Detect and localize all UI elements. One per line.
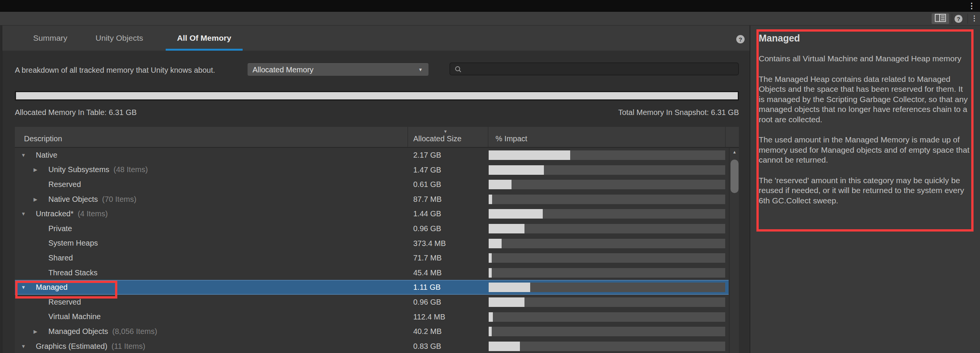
row-label: Managed bbox=[36, 283, 67, 292]
row-label: Virtual Machine bbox=[48, 312, 101, 321]
row-label: System Heaps bbox=[48, 239, 98, 248]
table-row[interactable]: Private 0.96 GB bbox=[15, 221, 729, 236]
row-label: Graphics (Estimated) bbox=[36, 342, 107, 351]
table-row[interactable]: ▶ Managed Objects (8,056 Items) 40.2 MB bbox=[15, 324, 729, 339]
impact-bar-track bbox=[489, 195, 725, 204]
tab-all-of-memory[interactable]: All Of Memory bbox=[166, 26, 243, 51]
expander-icon[interactable]: ▼ bbox=[21, 343, 36, 349]
impact-bar-fill bbox=[489, 224, 524, 233]
row-allocated-size: 0.96 GB bbox=[413, 221, 441, 236]
impact-bar-fill bbox=[489, 195, 492, 204]
table-row[interactable]: Virtual Machine 112.4 MB bbox=[15, 310, 729, 324]
row-allocated-size: 112.4 MB bbox=[413, 310, 445, 324]
impact-bar-track bbox=[489, 268, 725, 278]
expander-icon[interactable]: ▼ bbox=[21, 211, 36, 217]
row-label: Shared bbox=[48, 254, 73, 262]
table-row[interactable]: ▶ Unity Subsystems (48 Items) 1.47 GB bbox=[15, 163, 729, 177]
column-divider[interactable] bbox=[725, 127, 726, 148]
table-row[interactable]: Shared 71.7 MB bbox=[15, 251, 729, 265]
column-divider[interactable] bbox=[408, 127, 408, 148]
scrollbar-thumb[interactable] bbox=[731, 160, 739, 193]
row-label: Unity Subsystems bbox=[48, 165, 109, 174]
row-item-count: (4 Items) bbox=[78, 209, 108, 218]
expander-icon[interactable]: ▶ bbox=[34, 329, 48, 334]
row-allocated-size: 1.44 GB bbox=[413, 206, 441, 221]
table-row[interactable]: Reserved 0.96 GB bbox=[15, 295, 729, 310]
row-allocated-size: 45.4 MB bbox=[413, 265, 441, 280]
table-rows: ▼ Native 2.17 GB ▶ Unity Subsystems (48 … bbox=[15, 148, 729, 353]
column-header-description[interactable]: Description bbox=[24, 134, 62, 143]
chevron-down-icon: ▼ bbox=[418, 64, 423, 76]
expander-icon[interactable]: ▼ bbox=[21, 284, 36, 290]
impact-bar-track bbox=[489, 209, 725, 219]
total-in-snapshot-label: Total Memory In Snapshot: 6.31 GB bbox=[618, 108, 739, 117]
toolbar: ? ⋮ bbox=[0, 12, 980, 26]
row-label: Native bbox=[36, 151, 58, 160]
allocated-memory-dropdown[interactable]: Allocated Memory ▼ bbox=[248, 63, 428, 76]
impact-bar-track bbox=[489, 253, 725, 263]
impact-bar-fill bbox=[489, 297, 524, 307]
row-label: Reserved bbox=[48, 298, 81, 307]
sort-indicator-icon: ▼ bbox=[443, 129, 448, 134]
table-row[interactable]: ▼ Native 2.17 GB bbox=[15, 148, 729, 163]
expander-icon[interactable]: ▶ bbox=[34, 167, 48, 173]
table-row[interactable]: Reserved 0.61 GB bbox=[15, 177, 729, 192]
column-header-impact[interactable]: % Impact bbox=[496, 134, 527, 143]
tab-unity-objects[interactable]: Unity Objects bbox=[90, 26, 149, 51]
search-input[interactable] bbox=[465, 63, 735, 75]
table-row[interactable]: ▼ Untracked* (4 Items) 1.44 GB bbox=[15, 206, 729, 221]
table-row[interactable]: Thread Stacks 45.4 MB bbox=[15, 265, 729, 280]
impact-bar-fill bbox=[489, 268, 492, 278]
table-row[interactable]: ▼ Managed 1.11 GB bbox=[15, 280, 729, 295]
row-allocated-size: 87.7 MB bbox=[413, 192, 441, 207]
table-header: Description ▼ Allocated Size % Impact bbox=[15, 127, 739, 148]
row-label: Untracked* bbox=[36, 209, 74, 218]
row-allocated-size: 1.11 GB bbox=[413, 280, 441, 295]
column-header-allocated-size[interactable]: Allocated Size bbox=[413, 134, 462, 143]
impact-bar-fill bbox=[489, 165, 544, 175]
impact-bar-fill bbox=[489, 283, 530, 292]
search-field[interactable] bbox=[449, 62, 739, 75]
impact-bar-track bbox=[489, 297, 725, 307]
row-label: Thread Stacks bbox=[48, 268, 98, 277]
row-allocated-size: 0.83 GB bbox=[413, 339, 441, 353]
row-allocated-size: 1.47 GB bbox=[413, 163, 441, 177]
impact-bar-track bbox=[489, 342, 725, 351]
details-paragraph: Contains all Virtual Machine and Managed… bbox=[759, 54, 970, 64]
tab-summary[interactable]: Summary bbox=[27, 26, 73, 51]
titlebar-more-icon[interactable]: ⋮ bbox=[968, 1, 975, 10]
expander-icon[interactable]: ▶ bbox=[34, 196, 48, 202]
expander-icon[interactable]: ▼ bbox=[21, 152, 36, 158]
table-scrollbar[interactable]: ▲ bbox=[729, 148, 739, 353]
view-help-icon[interactable]: ? bbox=[736, 35, 745, 43]
impact-bar-track bbox=[489, 239, 725, 248]
row-label: Private bbox=[48, 224, 72, 233]
toolbar-more-icon[interactable]: ⋮ bbox=[971, 14, 978, 22]
toolbar-help-icon[interactable]: ? bbox=[954, 15, 962, 23]
dropdown-value: Allocated Memory bbox=[253, 64, 313, 76]
toolbar-separator bbox=[967, 14, 968, 24]
impact-bar-track bbox=[489, 327, 725, 336]
details-panel-toggle-button[interactable] bbox=[932, 13, 949, 24]
impact-bar-track bbox=[489, 180, 725, 189]
column-divider[interactable] bbox=[488, 127, 488, 148]
impact-bar-track bbox=[489, 224, 725, 233]
row-item-count: (70 Items) bbox=[102, 195, 136, 204]
row-allocated-size: 71.7 MB bbox=[413, 251, 441, 265]
table-row[interactable]: ▶ Native Objects (70 Items) 87.7 MB bbox=[15, 192, 729, 207]
impact-bar-fill bbox=[489, 312, 493, 322]
impact-bar-fill bbox=[489, 209, 543, 219]
table-row[interactable]: ▼ Graphics (Estimated) (11 Items) 0.83 G… bbox=[15, 339, 729, 353]
table-row[interactable]: System Heaps 373.4 MB bbox=[15, 236, 729, 251]
memory-profiler-window: ⋮ ? ⋮ Summary Unity Objects All Of bbox=[0, 0, 980, 353]
scrollbar-up-arrow-icon[interactable]: ▲ bbox=[730, 150, 739, 154]
impact-bar-fill bbox=[489, 253, 492, 263]
impact-bar-fill bbox=[489, 239, 502, 248]
row-label: Reserved bbox=[48, 180, 81, 189]
row-item-count: (48 Items) bbox=[114, 165, 148, 174]
search-icon bbox=[454, 65, 462, 73]
impact-bar-track bbox=[489, 312, 725, 322]
row-allocated-size: 2.17 GB bbox=[413, 148, 441, 163]
memory-usage-bar-fill bbox=[16, 92, 738, 99]
impact-bar-fill bbox=[489, 342, 520, 351]
